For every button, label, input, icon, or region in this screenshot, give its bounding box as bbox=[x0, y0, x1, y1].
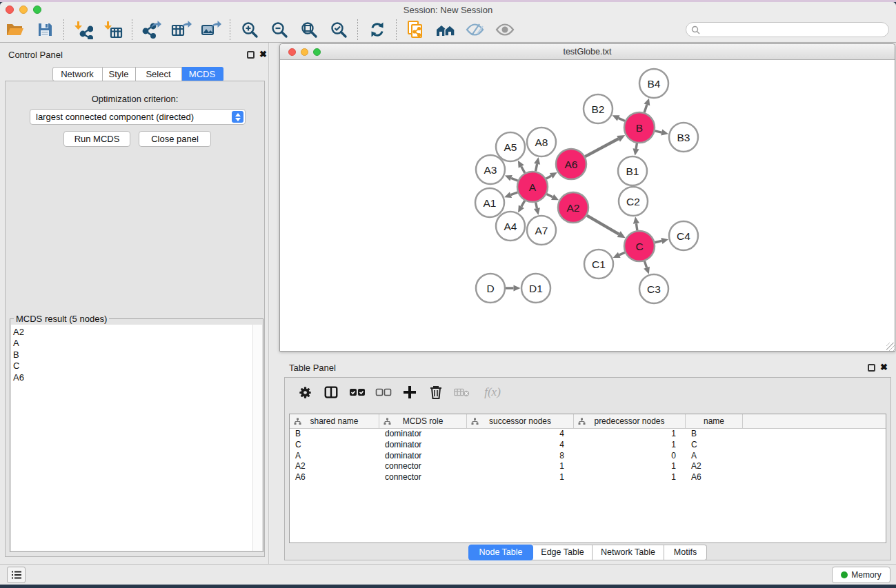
graph-node-A2[interactable]: A2 bbox=[558, 192, 588, 223]
refresh-icon[interactable] bbox=[367, 19, 388, 41]
zoom-in-icon[interactable] bbox=[239, 19, 260, 41]
table-cell[interactable]: dominator bbox=[379, 429, 467, 440]
edge-C-C1[interactable] bbox=[619, 252, 625, 255]
table-cell[interactable]: A bbox=[686, 451, 743, 462]
table-panel-close-icon[interactable]: ✖ bbox=[880, 362, 888, 372]
search-input[interactable] bbox=[703, 25, 875, 34]
tab-mcds[interactable]: MCDS bbox=[182, 67, 223, 81]
criterion-dropdown[interactable]: largest connected component (directed) bbox=[30, 109, 246, 125]
graph-node-B1[interactable]: B1 bbox=[618, 156, 647, 185]
column-header-shared-name[interactable]: shared name bbox=[290, 414, 379, 428]
edge-A2-C[interactable] bbox=[587, 216, 619, 234]
graph-node-B[interactable]: B bbox=[624, 112, 655, 143]
edge-A-A2[interactable] bbox=[547, 194, 553, 196]
table-row[interactable]: Cdominator41C bbox=[290, 440, 886, 451]
zoom-out-icon[interactable] bbox=[269, 19, 290, 41]
column-header-MCDS-role[interactable]: MCDS role bbox=[379, 414, 467, 428]
control-panel-close-icon[interactable]: ✖ bbox=[259, 49, 267, 59]
graph-node-B4[interactable]: B4 bbox=[639, 69, 668, 98]
save-session-icon[interactable] bbox=[34, 19, 55, 41]
export-table-icon[interactable] bbox=[171, 19, 192, 41]
graph-node-A6[interactable]: A6 bbox=[556, 149, 586, 179]
table-panel-float-icon[interactable] bbox=[868, 364, 875, 372]
table-cell[interactable]: 1 bbox=[574, 429, 686, 440]
table-cell[interactable]: 4 bbox=[467, 440, 574, 451]
graph-node-A8[interactable]: A8 bbox=[527, 128, 556, 156]
graph-node-C4[interactable]: C4 bbox=[669, 221, 698, 250]
column-header-name[interactable]: name bbox=[686, 414, 743, 428]
graph-node-C1[interactable]: C1 bbox=[584, 250, 613, 278]
graph-node-C3[interactable]: C3 bbox=[639, 274, 668, 303]
table-cell[interactable]: 1 bbox=[467, 461, 574, 472]
tab-style[interactable]: Style bbox=[103, 67, 136, 81]
zoom-selected-icon[interactable] bbox=[328, 19, 349, 41]
graph-node-C[interactable]: C bbox=[624, 231, 655, 261]
table-settings-icon[interactable] bbox=[297, 383, 313, 401]
import-table-icon[interactable] bbox=[103, 19, 123, 41]
table-cell[interactable]: 8 bbox=[467, 451, 574, 462]
graph-node-A[interactable]: A bbox=[517, 172, 548, 202]
zoom-fit-icon[interactable] bbox=[299, 19, 319, 41]
export-image-icon[interactable] bbox=[201, 19, 221, 41]
graph-node-A5[interactable]: A5 bbox=[496, 132, 525, 161]
show-graphics-details-icon[interactable] bbox=[495, 19, 515, 41]
close-panel-button[interactable]: Close panel bbox=[139, 131, 211, 147]
table-cell[interactable]: B bbox=[686, 429, 743, 440]
edge-A-A6[interactable] bbox=[546, 176, 551, 179]
show-column-panel-icon[interactable] bbox=[323, 383, 339, 401]
graph-node-B2[interactable]: B2 bbox=[584, 94, 613, 123]
table-cell[interactable]: A bbox=[290, 451, 379, 462]
window-resize-handle[interactable] bbox=[886, 343, 895, 351]
memory-button[interactable]: Memory bbox=[832, 567, 890, 583]
edge-C-C2[interactable] bbox=[636, 223, 637, 230]
edge-C-C3[interactable] bbox=[644, 261, 646, 267]
column-header-successor-nodes[interactable]: successor nodes bbox=[467, 414, 574, 428]
table-cell[interactable]: 0 bbox=[574, 451, 686, 462]
table-cell[interactable]: A2 bbox=[686, 461, 743, 472]
export-network-icon[interactable] bbox=[141, 19, 162, 41]
edge-B-B4[interactable] bbox=[644, 105, 647, 112]
table-cell[interactable]: connector bbox=[379, 472, 467, 483]
import-network-icon[interactable] bbox=[73, 19, 94, 41]
table-cell[interactable]: 1 bbox=[574, 461, 686, 472]
edge-A-A4[interactable] bbox=[521, 201, 525, 207]
select-all-columns-icon[interactable] bbox=[349, 383, 366, 401]
function-builder-icon[interactable]: f(x) bbox=[480, 383, 505, 401]
table-cell[interactable]: C bbox=[290, 440, 379, 451]
graph-node-A1[interactable]: A1 bbox=[475, 188, 504, 217]
edge-B-B2[interactable] bbox=[619, 118, 625, 121]
graph-node-A4[interactable]: A4 bbox=[496, 212, 525, 241]
hide-selected-icon[interactable] bbox=[465, 19, 486, 41]
delete-table-icon[interactable] bbox=[454, 383, 470, 401]
table-cell[interactable]: connector bbox=[379, 461, 467, 472]
graph-node-A3[interactable]: A3 bbox=[476, 155, 505, 184]
column-header-predecessor-nodes[interactable]: predecessor nodes bbox=[574, 414, 686, 428]
new-network-from-selection-icon[interactable] bbox=[406, 19, 426, 41]
network-graph[interactable]: B4B2BB3A5A8A6B1A3AC2A1A2A4A7C4CC1C3DD1 bbox=[280, 61, 895, 352]
edge-B-B1[interactable] bbox=[636, 143, 637, 149]
tab-select[interactable]: Select bbox=[136, 67, 182, 81]
table-cell[interactable]: 4 bbox=[467, 429, 574, 440]
table-cell[interactable]: A2 bbox=[290, 461, 379, 472]
tab-network[interactable]: Network bbox=[52, 67, 103, 81]
edge-A-A8[interactable] bbox=[536, 164, 537, 172]
mcds-result-scrollbar[interactable] bbox=[252, 325, 262, 551]
create-column-icon[interactable] bbox=[401, 383, 418, 401]
edge-A-A5[interactable] bbox=[521, 166, 525, 172]
edge-A-A7[interactable] bbox=[536, 203, 537, 209]
task-history-button[interactable] bbox=[7, 567, 26, 583]
open-file-icon[interactable] bbox=[5, 19, 26, 41]
edge-B-B3[interactable] bbox=[655, 131, 661, 132]
table-row[interactable]: Bdominator41B bbox=[290, 429, 886, 440]
graph-node-C2[interactable]: C2 bbox=[619, 187, 648, 216]
table-cell[interactable]: 1 bbox=[574, 440, 686, 451]
run-mcds-button[interactable]: Run MCDS bbox=[63, 131, 130, 147]
table-cell[interactable]: 1 bbox=[574, 472, 686, 483]
delete-column-icon[interactable] bbox=[428, 383, 444, 401]
edge-A-A1[interactable] bbox=[510, 192, 517, 195]
table-cell[interactable]: C bbox=[686, 440, 743, 451]
table-row[interactable]: A2connector11A2 bbox=[290, 461, 886, 472]
table-cell[interactable]: A6 bbox=[290, 472, 379, 483]
deselect-all-columns-icon[interactable] bbox=[375, 383, 392, 401]
table-cell[interactable]: B bbox=[290, 429, 379, 440]
